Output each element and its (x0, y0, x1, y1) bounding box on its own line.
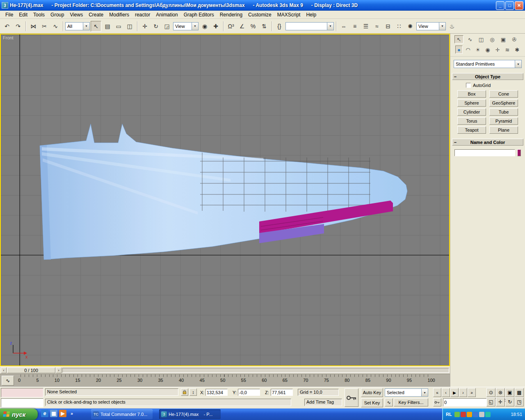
zoom-all-button[interactable]: ⊛ (496, 388, 505, 397)
redo-button[interactable]: ↷ (13, 21, 23, 32)
viewport-label[interactable]: Front (3, 35, 14, 40)
layer-manager-button[interactable]: ☰ (361, 21, 371, 32)
primitive-button[interactable]: Teapot (457, 126, 486, 134)
default-in-out-tangents-button[interactable]: ∿ (385, 398, 393, 406)
selection-lock-toggle[interactable] (181, 388, 188, 396)
tab-hierarchy[interactable]: ◫ (477, 35, 486, 43)
zoom-button[interactable]: ⊙ (486, 388, 495, 397)
close-button[interactable]: ✕ (515, 1, 523, 10)
time-slider-previous-arrow[interactable]: ‹ (1, 368, 7, 373)
menu-item[interactable]: reactor (132, 11, 153, 18)
primitive-button[interactable]: Box (457, 90, 486, 98)
object-type-rollout-header[interactable]: − Object Type (452, 73, 523, 80)
render-type-dropdown[interactable]: View ▼ (416, 22, 446, 30)
menu-item[interactable]: Animation (153, 11, 180, 18)
select-and-rotate-button[interactable]: ↻ (151, 21, 161, 32)
model-fuselage[interactable] (40, 124, 407, 260)
category-shapes[interactable]: ◠ (463, 46, 472, 54)
object-name-field[interactable] (454, 149, 515, 156)
menu-item[interactable]: Tools (30, 11, 48, 18)
tray-icon-3[interactable] (467, 412, 472, 417)
start-button[interactable]: пуск (0, 409, 38, 420)
menu-item[interactable]: Help (303, 11, 319, 18)
angle-snap-toggle[interactable]: ∠ (237, 21, 247, 32)
select-and-scale-button[interactable]: ◲ (162, 21, 172, 32)
time-slider-thumb[interactable]: 0 / 100 (7, 368, 55, 373)
zoom-extents-button[interactable]: ▣ (505, 388, 514, 397)
add-time-tag[interactable]: Add Time Tag (304, 399, 342, 406)
name-and-color-rollout-header[interactable]: − Name and Color (452, 139, 523, 146)
tray-icon-5[interactable] (479, 412, 484, 417)
menu-item[interactable]: MAXScript (274, 11, 304, 18)
align-button[interactable]: ≡ (349, 21, 360, 32)
menu-item[interactable]: File (2, 11, 16, 18)
schematic-view-button[interactable]: ⊟ (383, 21, 393, 32)
menu-item[interactable]: Group (48, 11, 67, 18)
mirror-button[interactable]: ⇔ (338, 21, 349, 32)
quick-launch-overflow-chevron[interactable]: » (68, 410, 75, 417)
primitive-button[interactable]: Cone (489, 90, 518, 98)
go-to-start-button[interactable]: « (433, 388, 441, 397)
rectangular-selection-region-button[interactable]: ▭ (113, 21, 124, 32)
maximize-button[interactable]: □ (505, 1, 514, 10)
primitive-button[interactable]: Torus (457, 117, 486, 125)
select-by-name-button[interactable]: ▤ (102, 21, 113, 32)
maxscript-listener-field[interactable] (1, 398, 43, 407)
tab-display[interactable]: ▣ (499, 35, 508, 43)
selection-filter-dropdown[interactable]: All ▼ (65, 22, 90, 30)
primitive-button[interactable]: GeoSphere (489, 99, 518, 107)
tab-motion[interactable]: ◎ (488, 35, 497, 43)
previous-frame-button[interactable]: ‹ (442, 388, 450, 397)
set-keys-button[interactable] (345, 388, 358, 407)
percent-snap-toggle[interactable]: % (248, 21, 258, 32)
tray-icon-2[interactable] (461, 412, 466, 417)
render-setup-button[interactable]: ✺ (405, 21, 415, 32)
macro-recorder-field[interactable] (1, 388, 43, 397)
category-cameras[interactable]: ◉ (483, 46, 492, 54)
min-max-toggle-button[interactable]: ◳ (515, 397, 524, 406)
snaps-toggle-button[interactable]: Ω³ (226, 21, 236, 32)
category-systems[interactable]: ✱ (513, 46, 522, 54)
z-coordinate-field[interactable] (271, 389, 293, 396)
geometry-subcategory-dropdown[interactable]: Standard Primitives ▼ (454, 60, 522, 68)
y-coordinate-field[interactable] (238, 389, 260, 396)
primitive-button[interactable]: Plane (489, 126, 518, 134)
task-total-commander[interactable]: TC Total Commander 7.0... (91, 409, 153, 419)
zoom-extents-all-button[interactable]: ▩ (515, 388, 524, 397)
undo-button[interactable]: ↶ (2, 21, 12, 32)
menu-item[interactable]: Views (67, 11, 86, 18)
use-pivot-point-center-button[interactable]: ◉ (199, 21, 210, 32)
set-key-button[interactable]: Set Key (361, 398, 383, 407)
arc-rotate-button[interactable]: ↻ (505, 397, 514, 406)
category-lights[interactable]: ☀ (473, 46, 482, 54)
viewport-front[interactable]: Front (0, 34, 450, 366)
spinner-snap-toggle[interactable]: ⇅ (259, 21, 269, 32)
autogrid-checkbox[interactable] (466, 83, 471, 88)
time-slider-next-arrow[interactable]: › (56, 368, 62, 373)
curve-editor-button[interactable]: ≈ (372, 21, 382, 32)
time-slider-track[interactable] (62, 368, 449, 373)
category-geometry[interactable]: ● (455, 46, 463, 54)
auto-key-toggle[interactable]: Auto Key (361, 388, 383, 397)
category-helpers[interactable]: ✛ (493, 46, 502, 54)
next-frame-button[interactable]: › (459, 388, 467, 397)
task-3ds-max[interactable]: 3 He-177(4).max - P... (159, 409, 221, 419)
menu-item[interactable]: Graph Editors (181, 11, 217, 18)
unlink-selection-button[interactable]: ✂ (39, 21, 50, 32)
key-mode-toggle-button[interactable] (433, 398, 441, 406)
menu-item[interactable]: Edit (16, 11, 30, 18)
primitive-button[interactable]: Pyramid (489, 117, 518, 125)
quick-launch-show-desktop-icon[interactable]: ▦ (50, 410, 57, 417)
material-editor-button[interactable]: ∷ (394, 21, 404, 32)
select-and-move-button[interactable]: ✛ (139, 21, 150, 32)
quick-render-button[interactable]: ♨ (447, 21, 457, 32)
track-bar[interactable]: 0510152025303540455055606570758085909510… (0, 374, 450, 387)
menu-item[interactable]: Create (86, 11, 106, 18)
quick-launch-ie-icon[interactable]: e (41, 410, 48, 417)
go-to-end-button[interactable]: » (468, 388, 476, 397)
menu-item[interactable]: Rendering (217, 11, 245, 18)
menu-item[interactable]: Customize (245, 11, 274, 18)
tab-modify[interactable]: ∿ (466, 35, 475, 43)
open-mini-curve-editor-button[interactable]: ∿ (2, 376, 14, 386)
edit-named-selection-sets-button[interactable]: {} (274, 21, 285, 32)
